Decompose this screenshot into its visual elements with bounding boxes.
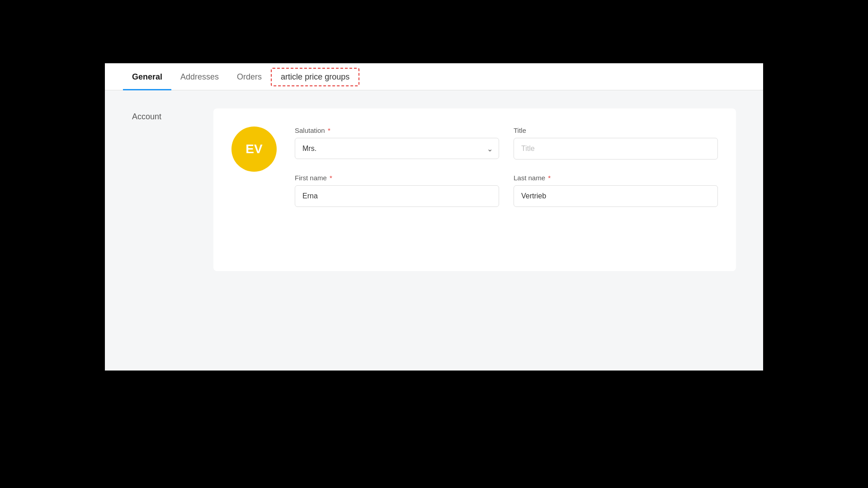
form-area: Salutation * Mrs. Mr. Ms. Dr. ⌄ bbox=[295, 127, 718, 207]
tab-addresses[interactable]: Addresses bbox=[171, 72, 228, 90]
last-name-required: * bbox=[546, 174, 551, 182]
first-name-required: * bbox=[328, 174, 332, 182]
salutation-required: * bbox=[326, 127, 330, 134]
salutation-select[interactable]: Mrs. Mr. Ms. Dr. bbox=[295, 138, 499, 159]
form-group-first-name: First name * bbox=[295, 174, 499, 207]
first-name-input[interactable] bbox=[295, 185, 499, 207]
content-area: Account EV Salutation * Mrs. Mr. bbox=[105, 90, 763, 289]
last-name-input[interactable] bbox=[514, 185, 718, 207]
title-label: Title bbox=[514, 127, 718, 134]
tab-general[interactable]: General bbox=[123, 72, 171, 90]
title-input[interactable] bbox=[514, 138, 718, 160]
account-card: EV Salutation * Mrs. Mr. Ms. bbox=[213, 108, 736, 271]
form-group-title: Title bbox=[514, 127, 718, 160]
section-label: Account bbox=[132, 108, 195, 122]
tabs-bar: General Addresses Orders article price g… bbox=[105, 63, 763, 90]
tab-orders[interactable]: Orders bbox=[228, 72, 271, 90]
form-row-names: First name * Last name * bbox=[295, 174, 718, 207]
form-row-salutation-title: Salutation * Mrs. Mr. Ms. Dr. ⌄ bbox=[295, 127, 718, 160]
first-name-label: First name * bbox=[295, 174, 499, 182]
last-name-label: Last name * bbox=[514, 174, 718, 182]
form-group-last-name: Last name * bbox=[514, 174, 718, 207]
salutation-select-wrapper: Mrs. Mr. Ms. Dr. ⌄ bbox=[295, 138, 499, 159]
main-container: General Addresses Orders article price g… bbox=[105, 63, 763, 371]
form-group-salutation: Salutation * Mrs. Mr. Ms. Dr. ⌄ bbox=[295, 127, 499, 160]
tab-article-price-groups[interactable]: article price groups bbox=[271, 68, 359, 86]
avatar: EV bbox=[231, 127, 277, 172]
salutation-label: Salutation * bbox=[295, 127, 499, 134]
